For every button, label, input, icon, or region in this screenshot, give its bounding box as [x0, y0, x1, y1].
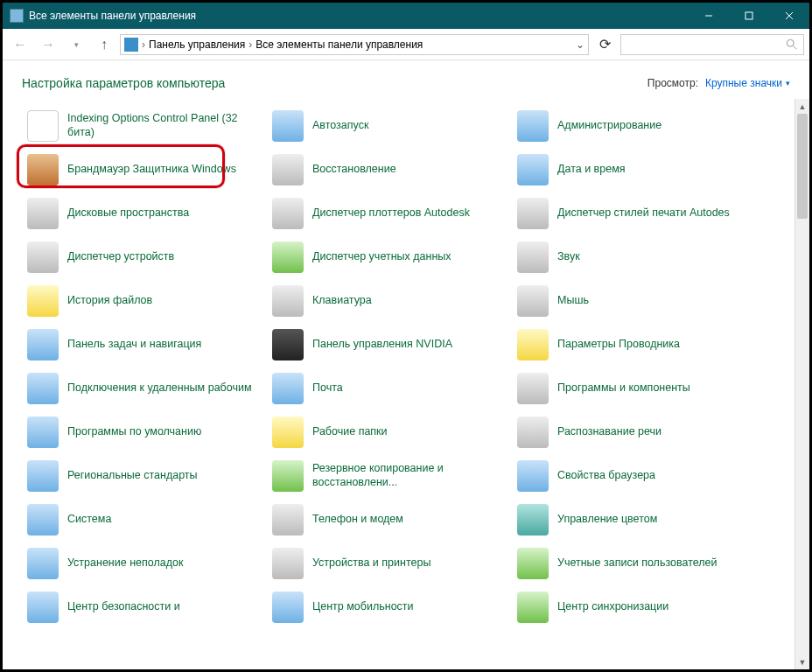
control-panel-item[interactable]: Панель управления NVIDIA: [267, 323, 512, 367]
view-by-dropdown[interactable]: Крупные значки: [705, 77, 790, 89]
search-input[interactable]: [620, 34, 804, 55]
item-label: Учетные записи пользователей: [557, 556, 718, 570]
address-dropdown-icon[interactable]: ⌄: [576, 38, 584, 51]
control-panel-item[interactable]: Центр безопасности и: [22, 585, 267, 629]
control-panel-item[interactable]: Параметры Проводника: [512, 323, 757, 367]
breadcrumb-root[interactable]: Панель управления: [149, 38, 245, 51]
control-panel-item[interactable]: Учетные записи пользователей: [512, 542, 757, 585]
item-icon: [27, 548, 59, 579]
item-icon: [517, 373, 549, 404]
control-panel-item[interactable]: Дата и время: [512, 148, 757, 192]
control-panel-item[interactable]: Indexing Options Control Panel (32 бита): [22, 104, 267, 148]
content-area: Indexing Options Control Panel (32 бита)…: [3, 99, 809, 669]
control-panel-item[interactable]: Рабочие папки: [267, 410, 512, 454]
control-panel-item[interactable]: Брандмауэр Защитника Windows: [22, 148, 267, 192]
item-icon: [517, 285, 549, 317]
item-label: Панель задач и навигация: [67, 338, 201, 352]
control-panel-item[interactable]: Центр синхронизации: [512, 585, 757, 629]
item-label: Рабочие папки: [312, 425, 388, 439]
svg-rect-1: [746, 12, 752, 19]
control-panel-item[interactable]: Дисковые пространства: [22, 192, 267, 235]
control-panel-item[interactable]: Центр мобильности: [267, 585, 512, 629]
control-panel-item[interactable]: Администрирование: [512, 104, 757, 148]
item-icon: [517, 504, 549, 536]
refresh-button[interactable]: ⟳: [592, 36, 617, 52]
control-panel-item[interactable]: Восстановление: [267, 148, 512, 192]
item-label: Диспетчер стилей печати Autodes: [557, 206, 730, 220]
control-panel-item[interactable]: Распознавание речи: [512, 410, 757, 454]
item-label: Управление цветом: [557, 513, 657, 527]
item-icon: [272, 154, 304, 186]
item-label: Автозапуск: [312, 119, 368, 133]
item-icon: [272, 329, 304, 360]
item-icon: [27, 242, 59, 273]
control-panel-item[interactable]: Панель задач и навигация: [22, 323, 267, 367]
address-bar[interactable]: › Панель управления › Все элементы панел…: [120, 34, 589, 55]
item-label: Восстановление: [312, 163, 396, 177]
svg-line-5: [794, 46, 797, 49]
item-label: Администрирование: [557, 119, 662, 133]
item-label: Центр мобильности: [312, 600, 414, 614]
minimize-button[interactable]: [689, 3, 729, 29]
control-panel-item[interactable]: Мышь: [512, 279, 757, 323]
item-icon: [517, 110, 549, 142]
item-icon: [27, 154, 59, 186]
close-button[interactable]: [769, 3, 809, 29]
recent-locations-button[interactable]: ▾: [64, 32, 88, 57]
control-panel-item[interactable]: История файлов: [22, 279, 267, 323]
item-label: История файлов: [67, 294, 152, 308]
vertical-scrollbar[interactable]: ▲ ▼: [794, 99, 809, 669]
control-panel-item[interactable]: Резервное копирование и восстановлени...: [267, 454, 512, 498]
item-label: Брандмауэр Защитника Windows: [67, 163, 236, 177]
item-icon: [517, 460, 549, 492]
item-label: Диспетчер устройств: [67, 250, 174, 264]
scroll-up-icon[interactable]: ▲: [795, 99, 809, 114]
control-panel-item[interactable]: Управление цветом: [512, 498, 757, 542]
maximize-button[interactable]: [729, 3, 769, 29]
control-panel-item[interactable]: Клавиатура: [267, 279, 512, 323]
control-panel-item[interactable]: Свойства браузера: [512, 454, 757, 498]
item-label: Диспетчер учетных данных: [312, 250, 452, 264]
item-icon: [517, 154, 549, 186]
control-panel-item[interactable]: Телефон и модем: [267, 498, 512, 542]
control-panel-item[interactable]: Звук: [512, 235, 757, 279]
page-title: Настройка параметров компьютера: [22, 76, 225, 90]
control-panel-item[interactable]: Устранение неполадок: [22, 542, 267, 585]
item-label: Почта: [312, 382, 343, 396]
back-button[interactable]: ←: [8, 32, 32, 57]
control-panel-item[interactable]: Устройства и принтеры: [267, 542, 512, 585]
control-panel-item[interactable]: Диспетчер плоттеров Autodesk: [267, 192, 512, 235]
item-label: Телефон и модем: [312, 513, 403, 527]
item-label: Панель управления NVIDIA: [312, 338, 452, 352]
item-icon: [27, 373, 59, 404]
control-panel-item[interactable]: Программы и компоненты: [512, 367, 757, 410]
app-icon: [10, 9, 24, 23]
breadcrumb-current[interactable]: Все элементы панели управления: [256, 38, 423, 51]
up-button[interactable]: ↑: [92, 32, 116, 57]
scroll-thumb[interactable]: [797, 114, 808, 219]
control-panel-item[interactable]: Региональные стандарты: [22, 454, 267, 498]
scroll-down-icon[interactable]: ▼: [795, 654, 809, 669]
control-panel-item[interactable]: Диспетчер учетных данных: [267, 235, 512, 279]
header-row: Настройка параметров компьютера Просмотр…: [3, 60, 809, 99]
control-panel-item[interactable]: Диспетчер стилей печати Autodes: [512, 192, 757, 235]
item-icon: [517, 592, 549, 623]
forward-button[interactable]: →: [36, 32, 60, 57]
control-panel-item[interactable]: Диспетчер устройств: [22, 235, 267, 279]
item-icon: [27, 416, 59, 448]
control-panel-item[interactable]: Автозапуск: [267, 104, 512, 148]
control-panel-item[interactable]: Почта: [267, 367, 512, 410]
control-panel-item[interactable]: Система: [22, 498, 267, 542]
item-icon: [272, 242, 304, 273]
item-label: Региональные стандарты: [67, 469, 198, 483]
item-label: Indexing Options Control Panel (32 бита): [67, 112, 262, 139]
window-title: Все элементы панели управления: [29, 10, 689, 22]
item-label: Центр безопасности и: [67, 600, 180, 614]
item-icon: [272, 548, 304, 579]
item-icon: [272, 373, 304, 404]
titlebar: Все элементы панели управления: [3, 3, 809, 29]
control-panel-item[interactable]: Подключения к удаленным рабочим: [22, 367, 267, 410]
item-label: Центр синхронизации: [557, 600, 668, 614]
item-icon: [27, 329, 59, 360]
control-panel-item[interactable]: Программы по умолчанию: [22, 410, 267, 454]
